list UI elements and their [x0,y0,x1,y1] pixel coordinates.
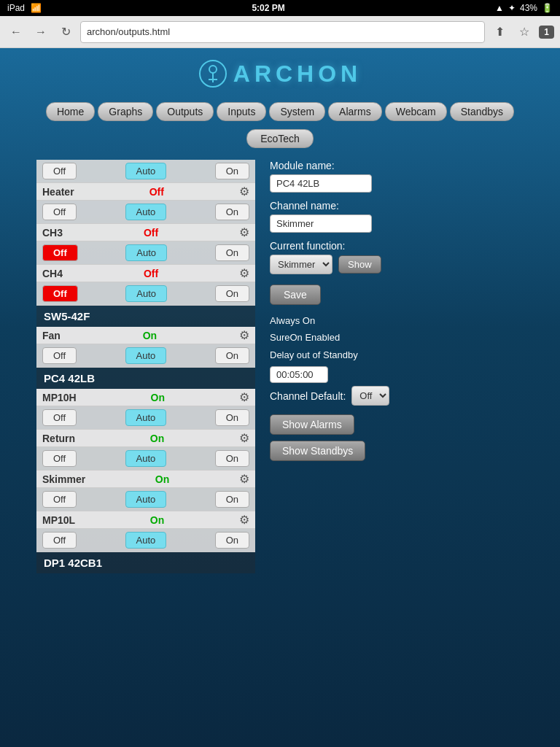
channel-name-label: Channel name: [270,200,538,212]
nav-graphs[interactable]: Graphs [98,102,153,121]
auto-button[interactable]: Auto [125,285,167,302]
gear-icon[interactable]: ⚙ [239,266,249,280]
off-button[interactable]: Off [42,409,77,426]
nav-standbys[interactable]: Standbys [450,102,514,121]
channel-status: On [150,433,164,444]
table-row: Off Auto On [36,406,255,430]
table-row: Fan On ⚙ [36,327,255,344]
nav-alarms[interactable]: Alarms [328,102,382,121]
show-alarms-button[interactable]: Show Alarms [270,414,354,435]
table-row: Off Auto On [36,282,255,306]
off-button-active[interactable]: Off [42,244,78,261]
on-button[interactable]: On [215,244,249,261]
channel-default-row: Channel Default: Off On [270,386,538,406]
auto-button[interactable]: Auto [125,347,167,364]
auto-button[interactable]: Auto [125,409,167,426]
status-bar: iPad 📶 5:02 PM ▲ ✦ 43% 🔋 [0,0,560,16]
gear-icon[interactable]: ⚙ [239,185,249,198]
nav-system[interactable]: System [269,102,325,121]
gear-icon[interactable]: ⚙ [239,431,249,445]
table-row: MP10H On ⚙ [36,389,255,406]
back-button[interactable]: ← [6,22,26,42]
battery-label: 43% [520,3,537,13]
on-button[interactable]: On [215,285,249,302]
carrier-label: iPad [7,3,25,13]
module-header-pc4: PC4 42LB [36,368,255,389]
archon-logo-icon [198,59,228,88]
bookmark-icon[interactable]: ☆ [514,22,534,42]
table-row: Off Auto On [36,488,255,511]
show-standbys-button[interactable]: Show Standbys [270,441,365,461]
channel-label: CH3 [42,227,63,239]
channel-default-label: Channel Default: [270,390,346,402]
current-function-label: Current function: [270,240,538,252]
on-button[interactable]: On [215,204,249,220]
main-content: Off Auto On Heater Off ⚙ Off Auto On [0,152,560,581]
auto-button[interactable]: Auto [125,491,167,508]
auto-button[interactable]: Auto [125,532,167,549]
on-button[interactable]: On [215,491,249,508]
table-row: Off Auto On [36,201,255,224]
function-select[interactable]: Skimmer [270,255,332,274]
header: ARCHON [0,48,560,95]
channel-default-select[interactable]: Off On [351,386,389,406]
ecotech-button[interactable]: EcoTech [246,129,314,148]
table-row: Off Auto On [36,344,255,368]
channel-status: On [151,392,165,403]
off-button-active[interactable]: Off [42,285,78,302]
on-button[interactable]: On [215,450,249,467]
svg-point-1 [209,66,217,73]
module-name-input[interactable] [270,174,372,193]
channel-name-input[interactable] [270,214,372,233]
time-display: 5:02 PM [252,3,284,13]
channel-label: CH4 [42,268,63,279]
module-header-dp1: DP1 42CB1 [36,552,255,573]
table-row: CH4 Off ⚙ [36,265,255,282]
always-on-label: Always On [270,312,538,329]
auto-button[interactable]: Auto [125,244,167,261]
table-row: Off Auto On [36,529,255,552]
address-bar[interactable] [80,21,485,43]
table-row: Return On ⚙ [36,430,255,447]
off-button[interactable]: Off [42,204,77,220]
location-icon: ▲ [495,3,504,13]
show-button[interactable]: Show [338,255,381,274]
gear-icon[interactable]: ⚙ [239,513,249,527]
refresh-button[interactable]: ↻ [55,22,76,42]
battery-icon: 🔋 [542,3,553,13]
table-row: Off Auto On [36,160,255,183]
on-button[interactable]: On [215,532,249,549]
nav-home[interactable]: Home [46,102,95,121]
forward-button[interactable]: → [31,22,51,42]
delay-time-input[interactable] [270,366,328,383]
gear-icon[interactable]: ⚙ [239,225,249,239]
sure-on-label: SureOn Enabled [270,329,538,346]
ecotech-container: EcoTech [0,129,560,148]
off-button[interactable]: Off [42,532,77,549]
gear-icon[interactable]: ⚙ [239,328,249,342]
gear-icon[interactable]: ⚙ [239,472,249,486]
channel-label: MP10H [42,392,77,403]
channels-panel: Off Auto On Heater Off ⚙ Off Auto On [36,160,255,573]
nav-webcam[interactable]: Webcam [385,102,447,121]
off-button[interactable]: Off [42,347,77,364]
off-button[interactable]: Off [42,450,77,467]
share-icon[interactable]: ⬆ [489,22,510,42]
auto-button[interactable]: Auto [125,204,167,220]
channel-label: Heater [42,186,74,198]
channel-status: On [150,514,164,526]
off-button[interactable]: Off [42,163,77,179]
tab-count[interactable]: 1 [539,26,554,39]
auto-button[interactable]: Auto [125,163,167,179]
logo-text: ARCHON [233,61,362,88]
on-button[interactable]: On [215,163,249,179]
on-button[interactable]: On [215,409,249,426]
save-button[interactable]: Save [270,285,321,305]
channel-label: Fan [42,330,61,341]
nav-outputs[interactable]: Outputs [156,102,214,121]
on-button[interactable]: On [215,347,249,364]
gear-icon[interactable]: ⚙ [239,390,249,404]
auto-button[interactable]: Auto [125,450,167,467]
off-button[interactable]: Off [42,491,77,508]
nav-inputs[interactable]: Inputs [217,102,266,121]
